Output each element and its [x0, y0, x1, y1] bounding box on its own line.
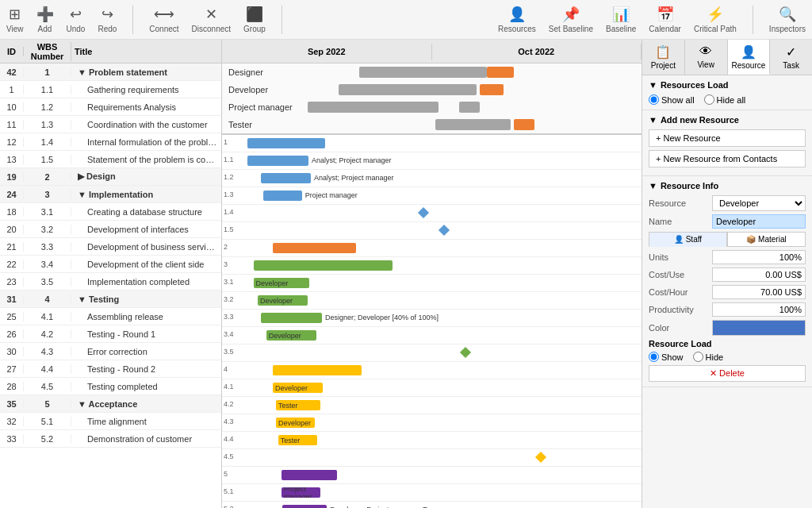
cell-id: 33 [0, 434, 24, 444]
task-bar[interactable]: Developer [254, 278, 309, 288]
task-bar[interactable]: Developer [266, 330, 316, 341]
resource-dropdown[interactable]: Developer Designer Tester Project manage… [712, 195, 806, 211]
productivity-control[interactable] [712, 302, 806, 317]
task-bar[interactable] [247, 156, 308, 166]
new-resource-button[interactable]: + New Resource [649, 129, 806, 147]
delete-resource-button[interactable]: ✕ Delete [649, 365, 806, 382]
show-load-option[interactable]: Show [649, 352, 684, 362]
toolbar-add[interactable]: ➕ Add [36, 6, 54, 33]
color-control[interactable] [712, 320, 806, 336]
task-row: 3.2Developer [222, 292, 642, 310]
cell-title: Testing completed [71, 382, 221, 391]
gantt-row[interactable]: 304.3Error correction [0, 343, 221, 360]
cell-title: Development of the client side [71, 260, 221, 269]
task-bar[interactable]: Tester [276, 400, 320, 410]
gantt-row[interactable]: 183.1Creating a database structure [0, 203, 221, 221]
toolbar-calendar[interactable]: 📅 Calendar [649, 6, 681, 34]
new-resource-from-contacts-button[interactable]: + New Resource from Contacts [649, 150, 806, 167]
gantt-row[interactable]: 101.2Requirements Analysis [0, 98, 221, 116]
cost-hour-input[interactable] [712, 285, 806, 299]
task-bar[interactable] [282, 505, 327, 508]
toolbar-connect[interactable]: ⟷ Connect [149, 6, 178, 33]
gantt-row[interactable]: 11.1Gathering requirements [0, 81, 221, 98]
show-all-radio[interactable] [649, 94, 659, 105]
gantt-row[interactable]: 223.4Development of the client side [0, 256, 221, 273]
gantt-row[interactable]: 203.2Development of interfaces [0, 221, 221, 238]
productivity-input[interactable] [712, 302, 806, 317]
task-bar[interactable] [261, 313, 322, 323]
task-bar[interactable] [263, 190, 302, 201]
gantt-row[interactable]: 314▼ Testing [0, 291, 221, 308]
material-tab[interactable]: 📦 Material [727, 232, 806, 247]
tab-task[interactable]: ✓ Task [770, 40, 812, 75]
task-bar[interactable] [273, 243, 356, 253]
resource-name-input[interactable] [712, 214, 806, 229]
hide-all-radio[interactable] [704, 94, 714, 105]
show-all-option[interactable]: Show all [649, 94, 695, 105]
toolbar-set-baseline[interactable]: 📌 Set Baseline [549, 6, 593, 34]
tab-project[interactable]: 📋 Project [642, 40, 685, 75]
units-input[interactable] [712, 250, 806, 264]
task-wbs-number: 4.3 [224, 418, 234, 425]
cost-use-input[interactable] [712, 267, 806, 282]
task-row: 4.2Tester [222, 397, 642, 414]
staff-tab[interactable]: 👤 Staff [649, 232, 727, 247]
gantt-row[interactable]: 111.3Coordination with the customer [0, 116, 221, 133]
task-row: 1.2Analyst; Project manager [222, 170, 642, 187]
task-bar[interactable] [261, 173, 311, 183]
resource-name-control[interactable] [712, 214, 806, 229]
gantt-row[interactable]: 264.2Testing - Round 1 [0, 325, 221, 343]
resources-load-header[interactable]: ▼ Resources Load [649, 80, 806, 90]
gantt-row[interactable]: 421▼ Problem statement [0, 64, 221, 81]
color-picker[interactable] [712, 320, 806, 336]
gantt-row[interactable]: 233.5Implementation completed [0, 273, 221, 291]
task-bar[interactable]: Project manager [282, 487, 320, 498]
task-bar[interactable]: Developer [273, 383, 323, 393]
toolbar-redo[interactable]: ↪ Redo [98, 6, 117, 33]
add-resource-header[interactable]: ▼ Add new Resource [649, 115, 806, 125]
gantt-row[interactable]: 121.4Internal formulation of the proble.… [0, 133, 221, 151]
toolbar-view[interactable]: ⊞ View [6, 6, 24, 33]
show-load-radio[interactable] [649, 352, 659, 362]
task-bar[interactable]: Tester [278, 435, 317, 445]
tab-view[interactable]: 👁 View [685, 40, 728, 75]
gantt-row[interactable]: 274.4Testing - Round 2 [0, 360, 221, 378]
task-wbs-number: 4.2 [224, 400, 234, 408]
hide-load-option[interactable]: Hide [693, 352, 724, 362]
cell-title: Coordination with the customer [71, 120, 221, 129]
gantt-rows: 421▼ Problem statement11.1Gathering requ… [0, 64, 221, 508]
task-bar[interactable]: Developer [276, 418, 315, 428]
task-bar[interactable] [247, 138, 325, 148]
gantt-row[interactable]: 335.2Demonstration of customer [0, 430, 221, 448]
toolbar-undo[interactable]: ↩ Undo [67, 6, 86, 33]
toolbar-inspectors[interactable]: 🔍 Inspectors [769, 6, 806, 34]
toolbar-group[interactable]: ⬛ Group [243, 6, 266, 33]
task-bar[interactable]: Developer [258, 295, 308, 306]
milestone-diamond [535, 452, 546, 463]
toolbar-baseline[interactable]: 📊 Baseline [606, 6, 636, 34]
cost-hour-control[interactable] [712, 285, 806, 299]
toolbar-disconnect[interactable]: ✕ Disconnect [192, 6, 231, 33]
cost-use-control[interactable] [712, 267, 806, 282]
toolbar-resources[interactable]: 👤 Resources [498, 6, 536, 34]
gantt-row[interactable]: 325.1Time alignment [0, 413, 221, 430]
units-control[interactable] [712, 250, 806, 264]
task-wbs-number: 4 [224, 365, 228, 373]
gantt-row[interactable]: 243▼ Implementation [0, 186, 221, 203]
gantt-row[interactable]: 213.3Development of business services [0, 238, 221, 256]
resource-info-header[interactable]: ▼ Resource Info [649, 181, 806, 190]
tab-resource[interactable]: 👤 Resource [728, 40, 771, 75]
toolbar-critical-path[interactable]: ⚡ Critical Path [694, 6, 737, 34]
gantt-row[interactable]: 192▶ Design [0, 168, 221, 186]
task-bar[interactable] [282, 470, 337, 480]
gantt-row[interactable]: 131.5Statement of the problem is comp... [0, 151, 221, 168]
hide-all-option[interactable]: Hide all [704, 94, 746, 105]
task-bar[interactable] [273, 365, 362, 375]
hide-load-radio[interactable] [693, 352, 703, 362]
task-bar[interactable] [254, 260, 393, 271]
gantt-row[interactable]: 254.1Assembling release [0, 308, 221, 325]
gantt-row[interactable]: 284.5Testing completed [0, 378, 221, 395]
resource-select-control[interactable]: Developer Designer Tester Project manage… [712, 195, 806, 211]
cell-wbs: 3.1 [24, 207, 71, 217]
gantt-row[interactable]: 355▼ Acceptance [0, 395, 221, 413]
